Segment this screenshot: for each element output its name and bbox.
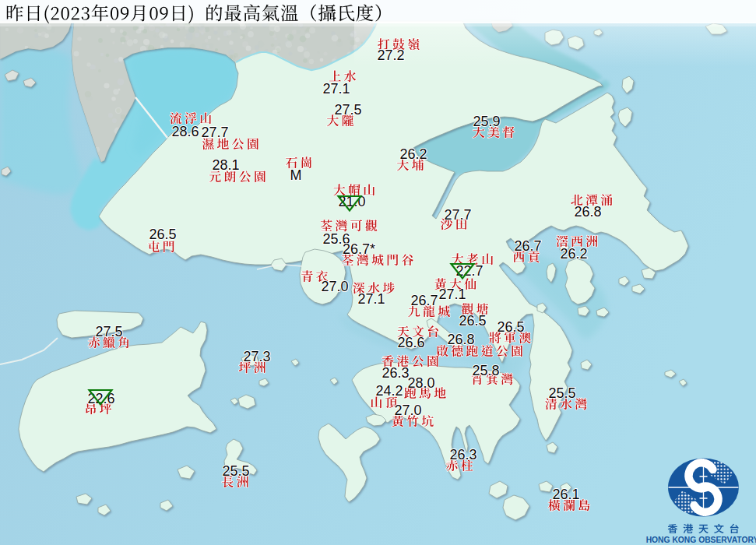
svg-text:28.0: 28.0 bbox=[407, 375, 434, 391]
svg-text:24.2: 24.2 bbox=[375, 383, 403, 399]
svg-text:26.6: 26.6 bbox=[397, 335, 424, 350]
svg-text:25.5: 25.5 bbox=[222, 463, 249, 479]
svg-text:28.6: 28.6 bbox=[171, 124, 199, 139]
svg-text:26.3: 26.3 bbox=[382, 365, 409, 381]
svg-text:27.3: 27.3 bbox=[243, 349, 270, 364]
svg-text:27.0: 27.0 bbox=[394, 403, 421, 418]
svg-text:25.5: 25.5 bbox=[548, 385, 575, 401]
svg-text:27.1: 27.1 bbox=[322, 81, 350, 97]
svg-text:27.7: 27.7 bbox=[444, 207, 471, 223]
svg-text:27.2: 27.2 bbox=[377, 47, 404, 63]
svg-text:26.7: 26.7 bbox=[410, 293, 438, 308]
svg-text:26.2: 26.2 bbox=[399, 146, 427, 162]
svg-text:26.8: 26.8 bbox=[447, 332, 474, 347]
svg-text:28.1: 28.1 bbox=[212, 157, 239, 173]
svg-text:27.5: 27.5 bbox=[95, 324, 122, 339]
svg-text:26.3: 26.3 bbox=[449, 447, 476, 462]
svg-text:25.9: 25.9 bbox=[473, 114, 500, 129]
svg-text:27.1: 27.1 bbox=[438, 287, 466, 302]
svg-text:26.5: 26.5 bbox=[149, 227, 176, 242]
svg-text:26.2: 26.2 bbox=[560, 246, 587, 262]
svg-text:26.1: 26.1 bbox=[552, 487, 579, 502]
svg-text:27.1: 27.1 bbox=[357, 291, 385, 307]
svg-text:27.0: 27.0 bbox=[321, 279, 348, 294]
svg-text:26.7: 26.7 bbox=[514, 238, 541, 254]
svg-text:26.8: 26.8 bbox=[574, 204, 601, 220]
svg-text:25.8: 25.8 bbox=[472, 363, 499, 378]
svg-text:26.5: 26.5 bbox=[459, 313, 486, 329]
svg-text:M: M bbox=[290, 167, 302, 183]
svg-text:27.7: 27.7 bbox=[201, 125, 228, 140]
svg-text:26.5: 26.5 bbox=[497, 319, 524, 335]
svg-text:27.5: 27.5 bbox=[334, 102, 361, 118]
svg-text:26.7*: 26.7* bbox=[343, 241, 375, 257]
svg-text:HONG KONG OBSERVATORY: HONG KONG OBSERVATORY bbox=[646, 536, 756, 544]
